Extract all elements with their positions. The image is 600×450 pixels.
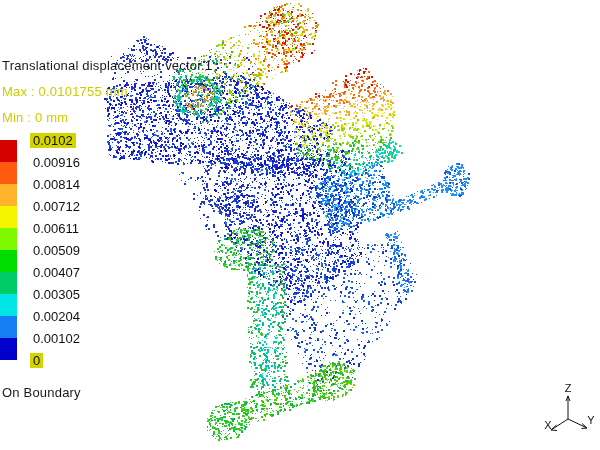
legend-values: 0.01020.009160.008140.007120.006110.0050… [30, 129, 83, 371]
legend-value: 0.00204 [30, 309, 83, 324]
y-axis-line [568, 419, 587, 428]
legend-color-band[interactable] [0, 250, 17, 272]
legend-color-band[interactable] [0, 338, 17, 360]
legend-color-bar[interactable] [0, 140, 17, 360]
legend-value: 0.00102 [30, 331, 83, 346]
legend-value: 0.00712 [30, 199, 83, 214]
legend-value: 0.00814 [30, 177, 83, 192]
legend-value: 0.00407 [30, 265, 83, 280]
legend-value-row: 0.00916 [30, 151, 83, 173]
legend-value-row: 0.00712 [30, 195, 83, 217]
analysis-viewport[interactable]: Translational displacement vector.1 Max … [0, 0, 600, 450]
legend-value-row: 0.00814 [30, 173, 83, 195]
min-value-label: Min : 0 mm [2, 110, 68, 125]
legend-value: 0.00916 [30, 155, 83, 170]
z-axis-label: Z [565, 382, 572, 394]
legend-color-band[interactable] [0, 140, 17, 162]
x-axis-label: X [544, 419, 552, 431]
legend-value-row: 0.00407 [30, 261, 83, 283]
legend-value-row: 0.00204 [30, 305, 83, 327]
legend-value: 0 [30, 353, 43, 368]
axis-triad: Z Y X [535, 378, 600, 450]
legend-color-band[interactable] [0, 294, 17, 316]
legend-value-row: 0.00305 [30, 283, 83, 305]
legend-color-band[interactable] [0, 228, 17, 250]
y-axis-label: Y [587, 414, 595, 426]
legend-value: 0.00611 [30, 221, 82, 236]
legend-value-row: 0.0102 [30, 129, 83, 151]
legend-color-band[interactable] [0, 206, 17, 228]
legend-color-band[interactable] [0, 316, 17, 338]
legend-value: 0.00509 [30, 243, 83, 258]
legend-color-band[interactable] [0, 162, 17, 184]
boundary-label: On Boundary [2, 385, 81, 400]
legend-value-row: 0.00611 [30, 217, 83, 239]
legend-value-row: 0.00509 [30, 239, 83, 261]
legend-color-band[interactable] [0, 272, 17, 294]
legend-value-row: 0.00102 [30, 327, 83, 349]
legend-value-row: 0 [30, 349, 83, 371]
max-value-label: Max : 0.0101755 mm [2, 84, 128, 99]
x-axis-arrow [551, 425, 557, 431]
legend-value: 0.00305 [30, 287, 83, 302]
legend-color-band[interactable] [0, 184, 17, 206]
legend-value: 0.0102 [30, 133, 76, 148]
result-title: Translational displacement vector.1 [2, 58, 212, 73]
